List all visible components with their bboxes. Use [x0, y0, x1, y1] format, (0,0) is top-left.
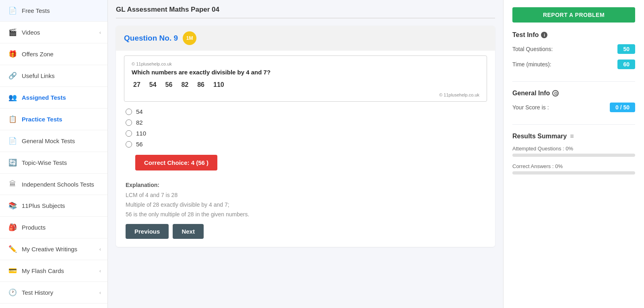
sidebar-item-general-mock-tests[interactable]: 📄General Mock Tests	[0, 130, 107, 152]
question-header: Question No. 9 1M	[116, 26, 495, 51]
sidebar-label-independent-schools: Independent Schools Tests	[22, 181, 94, 188]
results-summary-section: Results Summary ≡ Attempted Questions : …	[512, 133, 635, 175]
question-image-box: © 11plusehelp.co.uk Which numbers are ex…	[124, 55, 487, 102]
sidebar-item-practice-tests[interactable]: 📋Practice Tests	[0, 109, 107, 130]
next-button[interactable]: Next	[173, 224, 204, 239]
sidebar-label-practice-tests: Practice Tests	[22, 116, 62, 123]
sidebar-label-useful-links: Useful Links	[22, 72, 55, 79]
option-radio-110[interactable]	[126, 130, 132, 137]
chevron-icon-flash-cards: ‹	[99, 268, 101, 274]
attempted-bar-bg	[512, 154, 635, 157]
sidebar-icon-free-tests: 📄	[8, 6, 17, 15]
sidebar-item-flash-cards[interactable]: 💳My Flash Cards‹	[0, 260, 107, 282]
option-label-54: 54	[136, 108, 143, 115]
test-info-section: Test Info i Total Questions: 50 Time (mi…	[512, 31, 635, 82]
sidebar-label-videos: Videos	[22, 29, 40, 36]
sidebar-label-creative-writings: My Creative Writings	[22, 246, 77, 253]
explanation-line: 56 is the only multiple of 28 in the giv…	[126, 210, 485, 220]
correct-stat: Correct Answers : 0%	[512, 163, 635, 175]
general-info-section: General Info ⊙ Your Score is : 0 / 50	[512, 90, 635, 125]
score-label: Your Score is :	[512, 104, 549, 111]
test-info-icon: i	[541, 32, 547, 38]
sidebar-item-products[interactable]: 🎒Products	[0, 217, 107, 238]
report-problem-button[interactable]: REPORT A PROBLEM	[512, 7, 635, 23]
sidebar-item-topic-wise-tests[interactable]: 🔄Topic-Wise Tests	[0, 152, 107, 174]
option-item-56: 56	[126, 141, 485, 148]
sidebar-item-test-history[interactable]: 🕐Test History‹	[0, 282, 107, 304]
explanation-section: Explanation: LCM of 4 and 7 is 28Multipl…	[116, 182, 495, 219]
question-copyright-bottom: © 11plusehelp.co.uk	[132, 92, 479, 97]
sidebar-icon-independent-schools: 🏛	[8, 180, 17, 188]
question-number-option: 54	[149, 81, 157, 88]
sidebar-item-videos[interactable]: 🎬Videos‹	[0, 22, 107, 43]
sidebar-label-offers-zone: Offers Zone	[22, 51, 54, 57]
correct-choice-button: Correct Choice: 4 (56 )	[135, 155, 217, 170]
explanation-line: Multiple of 28 exactly divisible by 4 an…	[126, 200, 485, 210]
results-lines-icon: ≡	[570, 133, 574, 140]
sidebar-icon-assigned-tests: 👥	[8, 93, 17, 102]
option-radio-56[interactable]	[126, 141, 132, 148]
question-number-option: 27	[133, 81, 140, 88]
sidebar-label-topic-wise-tests: Topic-Wise Tests	[22, 159, 67, 166]
sidebar-item-assigned-tests[interactable]: 👥Assigned Tests	[0, 87, 107, 109]
sidebar-icon-offers-zone: 🎁	[8, 50, 17, 58]
attempted-stat: Attempted Questions : 0%	[512, 146, 635, 157]
time-label: Time (minutes):	[512, 61, 551, 68]
general-info-title: General Info ⊙	[512, 90, 635, 97]
question-badge: 1M	[183, 31, 196, 45]
time-row: Time (minutes): 60	[512, 60, 635, 69]
option-radio-54[interactable]	[126, 109, 132, 115]
option-item-82: 82	[126, 119, 485, 126]
results-summary-title: Results Summary ≡	[512, 133, 635, 140]
sidebar-item-independent-schools[interactable]: 🏛Independent Schools Tests	[0, 174, 107, 195]
question-text: Which numbers are exactly divisible by 4…	[132, 69, 479, 76]
page-title: GL Assessment Maths Paper 04	[116, 0, 495, 18]
right-panel: REPORT A PROBLEM Test Info i Total Quest…	[503, 0, 644, 308]
time-value: 60	[617, 60, 635, 69]
main-content: GL Assessment Maths Paper 04 Question No…	[108, 0, 503, 308]
chevron-icon-creative-writings: ‹	[99, 246, 101, 252]
sidebar-item-creative-writings[interactable]: ✏️My Creative Writings‹	[0, 238, 107, 260]
options-list: 548211056	[116, 108, 495, 148]
sidebar-label-11plus-subjects: 11Plus Subjects	[22, 202, 65, 209]
option-label-82: 82	[136, 119, 143, 126]
question-number-option: 82	[181, 81, 188, 88]
sidebar-label-general-mock-tests: General Mock Tests	[22, 138, 75, 144]
sidebar-icon-11plus-subjects: 📚	[8, 201, 17, 210]
sidebar-item-offers-zone[interactable]: 🎁Offers Zone	[0, 43, 107, 65]
sidebar-icon-useful-links: 🔗	[8, 72, 17, 80]
sidebar-icon-general-mock-tests: 📄	[8, 137, 17, 145]
sidebar-item-free-tests[interactable]: 📄Free Tests	[0, 0, 107, 22]
chevron-icon-videos: ‹	[99, 29, 101, 35]
sidebar-item-11plus-subjects[interactable]: 📚11Plus Subjects	[0, 195, 107, 217]
correct-label: Correct Answers : 0%	[512, 163, 635, 169]
score-value: 0 / 50	[610, 103, 635, 112]
explanation-line: LCM of 4 and 7 is 28	[126, 191, 485, 200]
question-number-option: 110	[213, 81, 224, 88]
sidebar-icon-products: 🎒	[8, 223, 17, 232]
explanation-title: Explanation:	[126, 182, 485, 188]
attempted-label: Attempted Questions : 0%	[512, 146, 635, 152]
total-questions-label: Total Questions:	[512, 46, 553, 52]
option-item-54: 54	[126, 108, 485, 115]
previous-button[interactable]: Previous	[126, 224, 169, 239]
sidebar-label-test-history: Test History	[22, 289, 53, 296]
sidebar: 📄Free Tests🎬Videos‹🎁Offers Zone🔗Useful L…	[0, 0, 108, 308]
option-item-110: 110	[126, 130, 485, 137]
sidebar-icon-creative-writings: ✏️	[8, 245, 17, 253]
general-info-icon: ⊙	[552, 90, 559, 97]
sidebar-label-assigned-tests: Assigned Tests	[22, 94, 66, 101]
question-copyright: © 11plusehelp.co.uk	[132, 62, 479, 66]
correct-bar-bg	[512, 171, 635, 175]
sidebar-item-useful-links[interactable]: 🔗Useful Links	[0, 65, 107, 87]
total-questions-row: Total Questions: 50	[512, 44, 635, 54]
question-card: Question No. 9 1M © 11plusehelp.co.uk Wh…	[116, 26, 495, 247]
total-questions-value: 50	[617, 44, 635, 54]
sidebar-icon-topic-wise-tests: 🔄	[8, 158, 17, 167]
sidebar-label-flash-cards: My Flash Cards	[22, 267, 64, 274]
sidebar-label-free-tests: Free Tests	[22, 7, 50, 14]
question-number-option: 56	[165, 81, 173, 88]
sidebar-label-products: Products	[22, 224, 45, 231]
sidebar-icon-videos: 🎬	[8, 28, 17, 37]
option-radio-82[interactable]	[126, 119, 132, 126]
